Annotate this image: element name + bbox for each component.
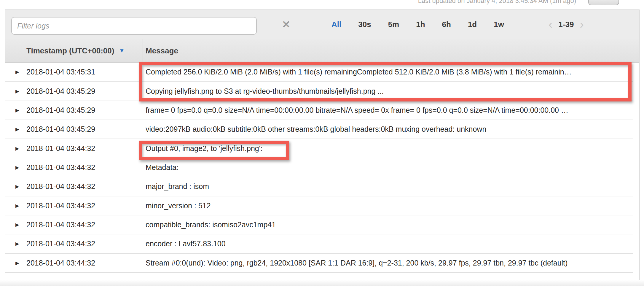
log-timestamp: 2018-01-04 03:45:29 — [24, 87, 143, 96]
log-timestamp: 2018-01-04 03:44:32 — [24, 220, 143, 229]
expand-arrow-icon[interactable]: ▶ — [5, 184, 24, 189]
log-rows: ▶ 2018-01-04 03:45:31 Completed 256.0 Ki… — [5, 63, 633, 273]
column-divider — [143, 39, 143, 62]
range-tab-1h[interactable]: 1h — [416, 20, 425, 29]
next-page-icon[interactable]: › — [580, 18, 584, 30]
expand-arrow-icon[interactable]: ▶ — [5, 260, 24, 266]
log-message: compatible_brands: isomiso2avc1mp41 — [143, 220, 633, 229]
log-row[interactable]: ▶ 2018-01-04 03:45:29 Copying jellyfish.… — [5, 82, 633, 101]
bottom-fade — [0, 280, 644, 286]
log-viewer-screen: Last updated on January 4, 2018 3:45:34 … — [0, 0, 644, 286]
log-timestamp: 2018-01-04 03:44:32 — [24, 201, 143, 210]
log-timestamp: 2018-01-04 03:44:32 — [24, 259, 143, 267]
sort-desc-icon[interactable]: ▼ — [119, 47, 125, 54]
table-header: Timestamp (UTC+00:00) ▼ Message — [5, 39, 639, 63]
log-message: minor_version : 512 — [143, 201, 633, 210]
expand-arrow-icon[interactable]: ▶ — [5, 165, 24, 170]
log-row[interactable]: ▶ 2018-01-04 03:44:32 compatible_brands:… — [5, 215, 633, 234]
range-tab-6h[interactable]: 6h — [442, 20, 451, 29]
log-message: major_brand : isom — [143, 182, 633, 191]
log-row[interactable]: ▶ 2018-01-04 03:44:32 Stream #0:0(und): … — [5, 254, 633, 273]
refresh-button[interactable] — [588, 0, 619, 5]
expand-arrow-icon[interactable]: ▶ — [5, 88, 24, 94]
range-tab-30s[interactable]: 30s — [358, 20, 371, 29]
clear-filter-icon[interactable]: ✕ — [279, 17, 294, 32]
last-updated-text: Last updated on January 4, 2018 3:45:34 … — [0, 0, 576, 5]
log-message: video:2097kB audio:0kB subtitle:0kB othe… — [143, 125, 633, 134]
page-range-label: 1-39 — [558, 20, 574, 29]
logs-panel: ✕ All30s5m1h6h1d1w ‹ 1-39 › Timestamp (U… — [5, 9, 640, 286]
log-timestamp: 2018-01-04 03:44:32 — [24, 144, 143, 153]
log-message: Output #0, image2, to 'jellyfish.png': — [143, 144, 633, 153]
pagination: ‹ 1-39 › — [549, 10, 584, 39]
log-timestamp: 2018-01-04 03:44:32 — [24, 182, 143, 191]
range-tab-1w[interactable]: 1w — [494, 20, 504, 29]
log-message: encoder : Lavf57.83.100 — [143, 239, 633, 248]
log-row[interactable]: ▶ 2018-01-04 03:44:32 encoder : Lavf57.8… — [5, 234, 633, 253]
expand-arrow-icon[interactable]: ▶ — [5, 69, 24, 75]
prev-page-icon[interactable]: ‹ — [549, 18, 552, 30]
log-message: Copying jellyfish.png to S3 at rg-video-… — [143, 87, 633, 96]
expand-arrow-icon[interactable]: ▶ — [5, 203, 24, 209]
timestamp-column-label: Timestamp (UTC+00:00) — [26, 46, 114, 55]
filter-logs-input[interactable] — [11, 17, 257, 35]
range-tab-all[interactable]: All — [331, 20, 341, 29]
log-timestamp: 2018-01-04 03:45:29 — [24, 125, 143, 134]
log-timestamp: 2018-01-04 03:45:29 — [24, 106, 143, 115]
expand-arrow-icon[interactable]: ▶ — [5, 241, 24, 247]
range-tab-5m[interactable]: 5m — [388, 20, 399, 29]
expand-arrow-icon[interactable]: ▶ — [5, 126, 24, 132]
expand-arrow-icon[interactable]: ▶ — [5, 222, 24, 228]
expand-arrow-icon[interactable]: ▶ — [5, 107, 24, 113]
message-column-label: Message — [146, 46, 178, 55]
message-column-header: Message — [146, 39, 178, 62]
log-row[interactable]: ▶ 2018-01-04 03:44:32 Metadata: — [5, 158, 633, 177]
log-timestamp: 2018-01-04 03:44:32 — [24, 163, 143, 172]
log-message: Completed 256.0 KiB/2.0 MiB (2.0 MiB/s) … — [143, 68, 633, 76]
log-row[interactable]: ▶ 2018-01-04 03:45:31 Completed 256.0 Ki… — [5, 63, 633, 82]
log-timestamp: 2018-01-04 03:45:31 — [24, 68, 143, 76]
time-range-tabs: All30s5m1h6h1d1w — [331, 10, 504, 39]
timestamp-column-header[interactable]: Timestamp (UTC+00:00) ▼ — [26, 39, 125, 62]
log-row[interactable]: ▶ 2018-01-04 03:44:32 major_brand : isom — [5, 177, 633, 196]
log-message: Metadata: — [143, 163, 633, 172]
log-message: Stream #0:0(und): Video: png, rgb24, 192… — [143, 259, 633, 267]
expand-arrow-icon[interactable]: ▶ — [5, 146, 24, 151]
log-row[interactable]: ▶ 2018-01-04 03:44:32 minor_version : 51… — [5, 196, 633, 215]
log-row[interactable]: ▶ 2018-01-04 03:45:29 video:2097kB audio… — [5, 120, 633, 139]
column-divider — [24, 39, 24, 62]
log-message: frame= 0 fps=0.0 q=0.0 size=N/A time=00:… — [143, 106, 633, 115]
range-tab-1d[interactable]: 1d — [468, 20, 477, 29]
log-timestamp: 2018-01-04 03:44:32 — [24, 239, 143, 248]
log-row[interactable]: ▶ 2018-01-04 03:45:29 frame= 0 fps=0.0 q… — [5, 101, 633, 120]
logs-toolbar: ✕ All30s5m1h6h1d1w ‹ 1-39 › — [5, 10, 639, 39]
log-row[interactable]: ▶ 2018-01-04 03:44:32 Output #0, image2,… — [5, 139, 633, 158]
